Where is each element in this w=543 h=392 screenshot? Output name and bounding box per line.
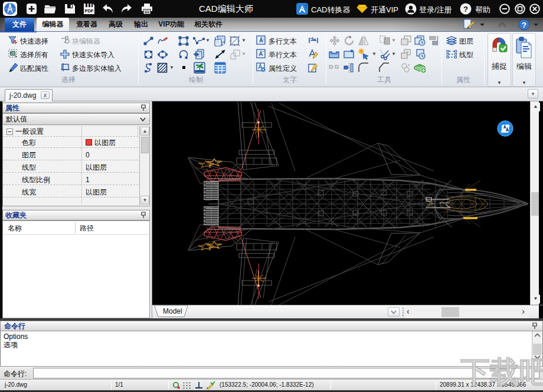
svg-text:?: ? [522, 21, 526, 29]
svg-text:?: ? [463, 5, 468, 14]
svg-text:PDF: PDF [84, 8, 93, 14]
svg-text:Model: Model [163, 307, 182, 315]
